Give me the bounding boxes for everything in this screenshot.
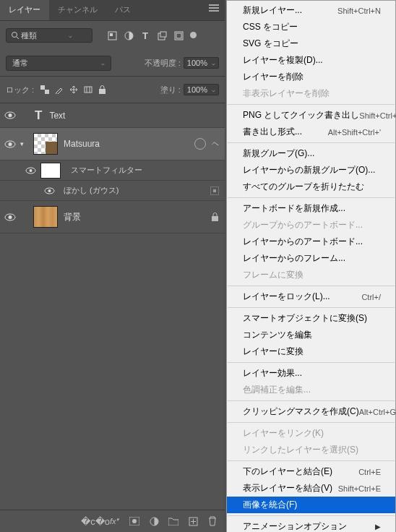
panel-footer: �c�o fx▾ bbox=[0, 510, 225, 532]
blend-mode-select[interactable]: 通常⌵ bbox=[6, 56, 111, 71]
menu-item[interactable]: コンテンツを編集 bbox=[227, 327, 395, 343]
filter-options-icon[interactable] bbox=[210, 186, 219, 195]
layers-panel: レイヤー チャンネル パス ⌵ T 通常⌵ 不透明度 : 100%⌵ ロック : bbox=[0, 0, 225, 532]
svg-rect-23 bbox=[212, 216, 218, 221]
menu-item[interactable]: CSS をコピー bbox=[227, 19, 395, 35]
svg-point-25 bbox=[132, 519, 137, 523]
link-icon[interactable]: �c�o bbox=[90, 516, 100, 527]
menu-item[interactable]: レイヤーをロック(L)...Ctrl+/ bbox=[227, 288, 395, 305]
panel-menu-icon[interactable] bbox=[209, 4, 220, 12]
lock-icon bbox=[211, 213, 219, 221]
menu-item: 色調補正を編集... bbox=[227, 382, 395, 398]
panel-tabs: レイヤー チャンネル パス bbox=[0, 0, 225, 21]
menu-item[interactable]: レイヤーを削除 bbox=[227, 69, 395, 85]
layer-row[interactable]: スマートフィルター bbox=[0, 160, 225, 181]
layer-row[interactable]: 背景 bbox=[0, 201, 225, 233]
menu-item[interactable]: 書き出し形式...Alt+Shift+Ctrl+' bbox=[227, 124, 395, 140]
lock-all-icon[interactable] bbox=[98, 85, 107, 94]
delete-icon[interactable] bbox=[207, 516, 218, 526]
menu-item[interactable]: 下のレイヤーと結合(E)Ctrl+E bbox=[227, 463, 395, 480]
filter-input[interactable] bbox=[20, 30, 66, 40]
menu-item[interactable]: PNG としてクイック書き出しShift+Ctrl+' bbox=[227, 107, 395, 124]
menu-item[interactable]: 新規グループ(G)... bbox=[227, 145, 395, 162]
filter-row: ⌵ T bbox=[0, 21, 225, 50]
visibility-toggle[interactable] bbox=[39, 187, 59, 194]
layer-list: T Text ▾ Matsuura ヘ スマートフィルター ぼかし (ガウス) … bbox=[0, 103, 225, 233]
filter-smart-icon[interactable] bbox=[173, 30, 184, 40]
tab-paths[interactable]: パス bbox=[106, 0, 139, 20]
svg-rect-11 bbox=[85, 87, 92, 93]
visibility-toggle[interactable] bbox=[20, 167, 40, 174]
menu-item[interactable]: すべてのグループを折りたたむ bbox=[227, 179, 395, 195]
filter-type-select[interactable]: ⌵ bbox=[6, 28, 92, 43]
fill-label: 塗り : bbox=[160, 85, 181, 95]
collapse-icon[interactable]: ヘ bbox=[212, 139, 219, 149]
menu-item[interactable]: アニメーションオプション▶ bbox=[227, 518, 395, 532]
svg-point-16 bbox=[9, 142, 12, 146]
layer-name[interactable]: ぼかし (ガウス) bbox=[64, 185, 119, 196]
chevron-down-icon: ⌵ bbox=[101, 60, 105, 66]
tab-channels[interactable]: チャンネル bbox=[49, 0, 106, 20]
menu-item[interactable]: レイヤーからのアートボード... bbox=[227, 233, 395, 250]
svg-point-18 bbox=[29, 169, 32, 172]
filter-adjust-icon[interactable] bbox=[124, 30, 134, 40]
filter-pixel-icon[interactable] bbox=[107, 30, 117, 40]
menu-item[interactable]: レイヤーからの新規グループ(O)... bbox=[227, 162, 395, 179]
menu-item: 非表示レイヤーを削除 bbox=[227, 85, 395, 102]
menu-item[interactable]: 新規レイヤー...Shift+Ctrl+N bbox=[227, 2, 395, 19]
layer-name[interactable]: Matsuura bbox=[64, 139, 194, 149]
layer-row[interactable]: ぼかし (ガウス) bbox=[0, 181, 225, 201]
menu-item[interactable]: レイヤーからのフレーム... bbox=[227, 250, 395, 267]
menu-item: フレームに変換 bbox=[227, 267, 395, 283]
visibility-toggle[interactable] bbox=[0, 140, 20, 148]
lock-trans-icon[interactable] bbox=[40, 85, 49, 94]
menu-item[interactable]: クリッピングマスクを作成(C)Alt+Ctrl+G bbox=[227, 403, 395, 420]
svg-point-20 bbox=[48, 189, 51, 192]
filter-mask-thumb bbox=[40, 163, 61, 179]
menu-item[interactable]: 画像を統合(F) bbox=[227, 497, 395, 513]
opacity-label: 不透明度 : bbox=[145, 58, 181, 69]
lock-row: ロック : 塗り : 100%⌵ bbox=[0, 77, 225, 103]
layer-name[interactable]: スマートフィルター bbox=[71, 165, 142, 176]
menu-item[interactable]: スマートオブジェクトに変換(S) bbox=[227, 310, 395, 327]
filter-shape-icon[interactable] bbox=[157, 30, 167, 40]
svg-rect-10 bbox=[45, 90, 49, 94]
adjustment-icon[interactable] bbox=[149, 517, 159, 526]
menu-item: レイヤーをリンク(K) bbox=[227, 425, 395, 442]
lock-move-icon[interactable] bbox=[69, 85, 78, 94]
chevron-down-icon: ⌵ bbox=[69, 33, 72, 39]
menu-item[interactable]: アートボードを新規作成... bbox=[227, 200, 395, 217]
layer-name[interactable]: 背景 bbox=[64, 211, 211, 223]
group-icon[interactable] bbox=[168, 517, 178, 525]
filter-icons: T bbox=[107, 30, 197, 40]
filter-text-icon[interactable]: T bbox=[140, 30, 150, 40]
menu-item[interactable]: SVG をコピー bbox=[227, 35, 395, 52]
menu-item[interactable]: レイヤーに変換 bbox=[227, 343, 395, 360]
menu-item: リンクしたレイヤーを選択(S) bbox=[227, 442, 395, 458]
svg-rect-2 bbox=[110, 33, 113, 36]
visibility-toggle[interactable] bbox=[0, 111, 20, 119]
svg-point-22 bbox=[9, 215, 12, 219]
layer-name[interactable]: Text bbox=[49, 111, 225, 121]
tab-layers[interactable]: レイヤー bbox=[0, 0, 49, 20]
blend-row: 通常⌵ 不透明度 : 100%⌵ bbox=[0, 50, 225, 77]
expand-icon[interactable]: ▾ bbox=[20, 140, 33, 147]
layer-panel-menu: 新規レイヤー...Shift+Ctrl+NCSS をコピーSVG をコピーレイヤ… bbox=[226, 0, 396, 532]
layer-row[interactable]: ▾ Matsuura ヘ bbox=[0, 128, 225, 160]
lock-paint-icon[interactable] bbox=[54, 85, 64, 94]
menu-item[interactable]: レイヤー効果... bbox=[227, 365, 395, 382]
visibility-toggle[interactable] bbox=[0, 213, 20, 221]
new-layer-icon[interactable] bbox=[188, 517, 198, 526]
menu-item: グループからのアートボード... bbox=[227, 217, 395, 233]
opacity-value[interactable]: 100%⌵ bbox=[184, 57, 219, 69]
menu-item[interactable]: レイヤーを複製(D)... bbox=[227, 52, 395, 69]
svg-rect-5 bbox=[160, 32, 166, 37]
filter-toggle-icon[interactable] bbox=[190, 32, 197, 38]
layer-row[interactable]: T Text bbox=[0, 103, 225, 128]
fill-value[interactable]: 100%⌵ bbox=[184, 84, 219, 95]
fx-icon[interactable]: fx▾ bbox=[110, 517, 120, 525]
mask-icon[interactable] bbox=[129, 517, 139, 525]
lock-artboard-icon[interactable] bbox=[83, 85, 92, 94]
svg-rect-7 bbox=[176, 33, 181, 38]
menu-item[interactable]: 表示レイヤーを結合(V)Shift+Ctrl+E bbox=[227, 480, 395, 497]
